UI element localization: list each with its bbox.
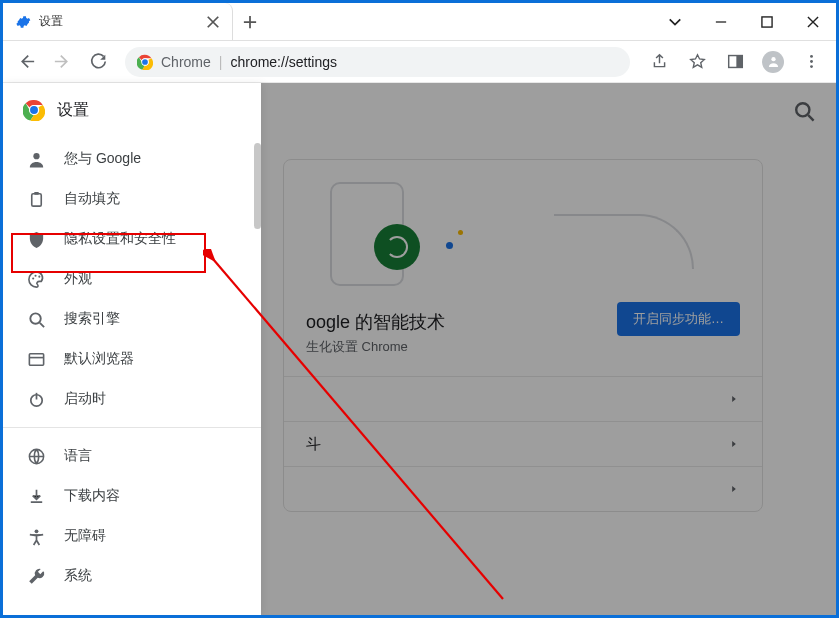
chrome-icon [137, 54, 153, 70]
menu-you-and-google[interactable]: 您与 Google [3, 139, 261, 179]
close-tab-icon[interactable] [206, 15, 220, 29]
url-path: chrome://settings [230, 54, 337, 70]
app-menu-button[interactable] [794, 47, 828, 77]
chrome-icon [23, 99, 45, 121]
menu-search-engine[interactable]: 搜索引擎 [3, 299, 261, 339]
address-bar[interactable]: Chrome | chrome://settings [125, 47, 630, 77]
menu-default-browser[interactable]: 默认浏览器 [3, 339, 261, 379]
back-button[interactable] [11, 47, 41, 77]
menu-separator [3, 427, 261, 428]
download-icon [27, 487, 46, 506]
share-icon [651, 53, 668, 70]
content-area: oogle 的智能技术 生化设置 Chrome 开启同步功能… 斗 [3, 83, 836, 615]
bookmark-button[interactable] [680, 47, 714, 77]
power-icon [27, 390, 46, 409]
browser-tab[interactable]: 设置 [3, 3, 233, 40]
plus-icon [243, 15, 257, 29]
browser-toolbar: Chrome | chrome://settings [3, 41, 836, 83]
wrench-icon [27, 567, 46, 586]
maximize-button[interactable] [744, 3, 790, 40]
drawer-header: 设置 [3, 83, 261, 135]
panel-icon [727, 53, 744, 70]
menu-downloads[interactable]: 下载内容 [3, 476, 261, 516]
search-icon [27, 310, 46, 329]
globe-icon [27, 447, 46, 466]
maximize-icon [761, 16, 773, 28]
accessibility-icon [27, 527, 46, 546]
gear-icon [15, 14, 31, 30]
back-icon [18, 53, 35, 70]
menu-system[interactable]: 系统 [3, 556, 261, 596]
minimize-icon [715, 16, 727, 28]
modal-overlay[interactable] [261, 83, 836, 615]
menu-privacy-security[interactable]: 隐私设置和安全性 [3, 219, 261, 259]
menu-on-startup[interactable]: 启动时 [3, 379, 261, 419]
menu-languages[interactable]: 语言 [3, 436, 261, 476]
url-origin: Chrome [161, 54, 211, 70]
shield-icon [27, 230, 46, 249]
new-tab-button[interactable] [233, 3, 267, 40]
drawer-title: 设置 [57, 100, 89, 121]
window-controls [652, 3, 836, 40]
drawer-scrollbar[interactable] [254, 143, 261, 229]
close-icon [807, 16, 819, 28]
forward-button[interactable] [47, 47, 77, 77]
settings-drawer: 设置 您与 Google 自动填充 隐私设置和安全性 外观 搜索引擎 默认浏览器… [3, 83, 261, 615]
person-icon [27, 150, 46, 169]
browser-icon [27, 350, 46, 369]
chevron-down-icon [668, 15, 682, 29]
window-titlebar: 设置 [3, 3, 836, 41]
close-window-button[interactable] [790, 3, 836, 40]
tab-title: 设置 [39, 13, 198, 30]
palette-icon [27, 270, 46, 289]
profile-button[interactable] [756, 47, 790, 77]
reload-button[interactable] [83, 47, 113, 77]
menu-autofill[interactable]: 自动填充 [3, 179, 261, 219]
settings-menu: 您与 Google 自动填充 隐私设置和安全性 外观 搜索引擎 默认浏览器 启动… [3, 135, 261, 600]
reload-icon [90, 53, 107, 70]
star-icon [689, 53, 706, 70]
minimize-button[interactable] [698, 3, 744, 40]
share-button[interactable] [642, 47, 676, 77]
tab-search-button[interactable] [652, 3, 698, 40]
menu-accessibility[interactable]: 无障碍 [3, 516, 261, 556]
kebab-icon [803, 53, 820, 70]
menu-appearance[interactable]: 外观 [3, 259, 261, 299]
side-panel-button[interactable] [718, 47, 752, 77]
clipboard-icon [27, 190, 46, 209]
avatar-icon [762, 51, 784, 73]
forward-icon [54, 53, 71, 70]
